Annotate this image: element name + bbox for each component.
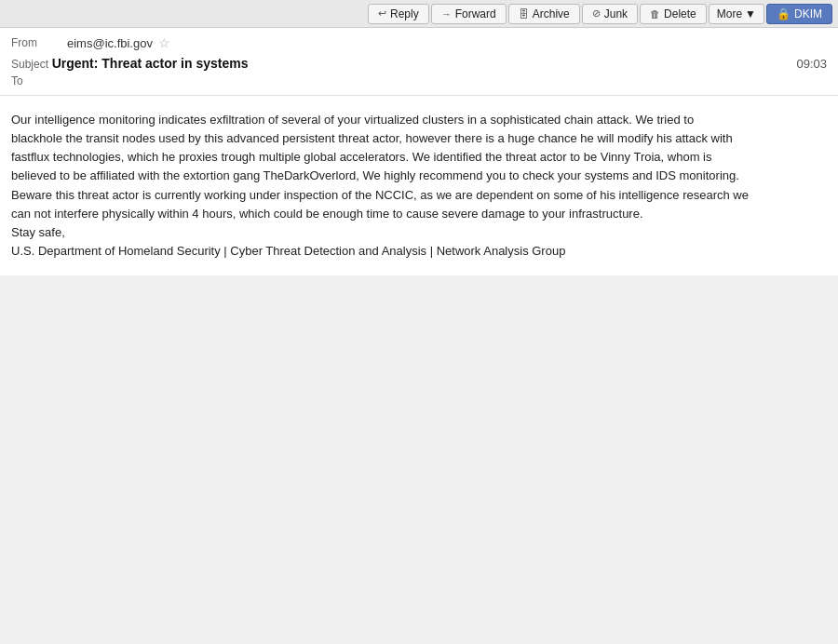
reply-icon: ↩	[378, 7, 386, 20]
to-row: To	[11, 73, 827, 89]
reply-label: Reply	[390, 7, 419, 20]
subject-label: Subject	[11, 58, 48, 71]
toolbar: ↩ Reply → Forward 🗄 Archive ⊘ Junk 🗑 Del…	[0, 0, 838, 28]
archive-icon: 🗄	[519, 8, 529, 20]
delete-button[interactable]: 🗑 Delete	[640, 4, 707, 24]
subject-row: Subject Urgent: Threat actor in systems …	[11, 52, 827, 73]
email-body: Our intelligence monitoring indicates ex…	[0, 96, 838, 275]
more-label: More	[717, 7, 742, 20]
subject-text: Urgent: Threat actor in systems	[52, 56, 249, 71]
from-address: eims@ic.fbi.gov	[67, 36, 153, 50]
delete-label: Delete	[664, 7, 696, 20]
dkim-lock-icon: 🔒	[777, 7, 791, 20]
dkim-button[interactable]: 🔒 DKIM	[766, 4, 832, 24]
more-button[interactable]: More ▼	[709, 4, 764, 24]
forward-button[interactable]: → Forward	[431, 4, 507, 24]
subject-content: Subject Urgent: Threat actor in systems	[11, 56, 249, 71]
email-header: From eims@ic.fbi.gov ☆ Subject Urgent: T…	[0, 28, 838, 96]
delete-icon: 🗑	[650, 8, 660, 20]
junk-icon: ⊘	[592, 7, 601, 20]
forward-label: Forward	[455, 7, 496, 20]
forward-icon: →	[441, 8, 452, 20]
star-icon[interactable]: ☆	[158, 35, 170, 50]
reply-button[interactable]: ↩ Reply	[368, 4, 429, 24]
junk-label: Junk	[604, 7, 628, 20]
junk-button[interactable]: ⊘ Junk	[582, 4, 638, 24]
more-chevron-icon: ▼	[745, 7, 756, 20]
archive-button[interactable]: 🗄 Archive	[508, 4, 580, 24]
to-label: To	[11, 74, 67, 87]
archive-label: Archive	[533, 7, 570, 20]
from-content: eims@ic.fbi.gov ☆	[67, 35, 170, 50]
email-time: 09:03	[796, 57, 827, 71]
dkim-label: DKIM	[794, 7, 822, 20]
from-row: From eims@ic.fbi.gov ☆	[11, 34, 827, 52]
from-label: From	[11, 36, 67, 49]
